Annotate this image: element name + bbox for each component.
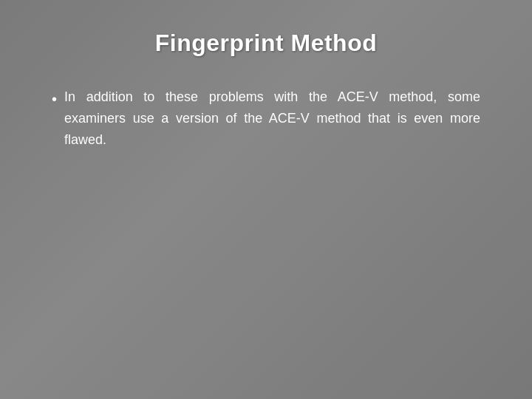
slide-title: Fingerprint Method <box>44 30 488 57</box>
list-item: • In addition to these problems with the… <box>52 86 480 150</box>
title-container: Fingerprint Method <box>44 30 488 57</box>
bullet-text: In addition to these problems with the A… <box>64 86 480 150</box>
slide-content: • In addition to these problems with the… <box>44 86 488 165</box>
slide: Fingerprint Method • In addition to thes… <box>0 0 532 399</box>
bullet-icon: • <box>52 88 57 110</box>
